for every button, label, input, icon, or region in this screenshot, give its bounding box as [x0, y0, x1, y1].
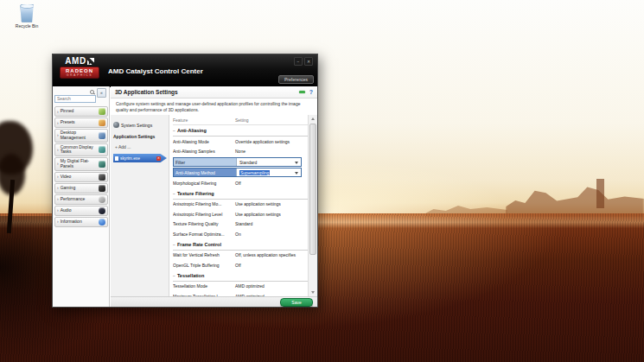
executable-icon	[115, 156, 118, 161]
anti-aliasing-method-dropdown[interactable]: Supersampling	[236, 168, 301, 176]
collapse-page-icon[interactable]	[299, 91, 305, 93]
chevron-down-icon	[295, 172, 298, 175]
application-list-panel: System Settings Application Settings +Ad…	[111, 115, 169, 296]
section-texture-filtering[interactable]: − Texture Filtering	[173, 188, 308, 200]
row-opengl-triple-buffering[interactable]: OpenGL Triple Buffering Off	[173, 260, 308, 270]
triangle-down-icon	[311, 291, 315, 294]
sidebar-item-pinned[interactable]: › Pinned	[54, 106, 108, 117]
sidebar-item-audio[interactable]: › Audio	[54, 206, 108, 216]
row-anti-aliasing-samples[interactable]: Anti-Aliasing Samples None	[173, 147, 308, 157]
search-input[interactable]	[54, 95, 96, 103]
radeon-graphics-badge: RADEON GRAPHICS	[60, 67, 99, 79]
section-frame-rate-control[interactable]: − Frame Rate Control	[173, 239, 308, 251]
information-icon	[99, 219, 105, 225]
catalyst-control-center-window: AMD RADEON GRAPHICS AMD Catalyst Control…	[52, 54, 318, 308]
display-tasks-icon	[99, 146, 105, 153]
flat-panel-icon	[99, 161, 105, 168]
gear-icon	[113, 122, 119, 128]
feature-settings-list: Feature Setting − Anti-Aliasing Anti-Ali…	[169, 115, 308, 296]
chevron-right-icon: ›	[57, 148, 59, 152]
chevron-right-icon: ›	[57, 197, 59, 201]
filter-dropdown[interactable]: Standard	[236, 158, 301, 166]
gaming-icon	[99, 185, 105, 192]
chevron-down-icon	[295, 162, 298, 164]
scroll-down-button[interactable]	[309, 289, 317, 296]
chevron-right-icon: ›	[57, 208, 59, 213]
row-anisotropic-filtering-level[interactable]: Anisotropic Filtering Level Use applicat…	[173, 209, 308, 219]
wallpaper-ruins	[359, 175, 644, 217]
window-footer: Save	[111, 296, 317, 307]
content-body: System Settings Application Settings +Ad…	[111, 115, 317, 296]
features-scrollbar[interactable]	[308, 115, 317, 296]
remove-application-icon[interactable]: ✕	[156, 156, 161, 161]
collapse-icon[interactable]: −	[173, 242, 175, 247]
sidebar-item-gaming[interactable]: › Gaming	[54, 183, 108, 194]
plus-icon: +	[115, 144, 118, 149]
collapse-icon[interactable]: −	[173, 191, 175, 196]
collapse-icon[interactable]: −	[173, 273, 175, 278]
row-anti-aliasing-method[interactable]: Anti-Aliasing Method Supersampling	[173, 168, 302, 177]
page-header: 3D Application Settings ?	[111, 86, 317, 98]
row-anti-aliasing-mode[interactable]: Anti-Aliasing Mode Override application …	[173, 137, 308, 147]
search-icon	[90, 90, 94, 94]
page-description: Configure system settings and manage use…	[111, 98, 311, 115]
system-settings-item[interactable]: System Settings	[113, 122, 167, 128]
performance-icon	[99, 196, 105, 203]
application-name: skyrim.exe	[120, 156, 156, 161]
column-headers: Feature Setting	[173, 115, 308, 125]
sidebar-item-presets[interactable]: › Presets	[54, 117, 108, 128]
scrollbar-thumb[interactable]	[309, 124, 316, 255]
selected-application-item[interactable]: skyrim.exe ✕	[113, 154, 167, 162]
application-settings-heading: Application Settings	[113, 134, 167, 139]
help-icon[interactable]: ?	[309, 89, 313, 95]
amd-arrow-icon	[87, 58, 94, 65]
row-anisotropic-filtering-mode[interactable]: Anisotropic Filtering Mo... Use applicat…	[173, 200, 308, 210]
sidebar-item-information[interactable]: › Information	[54, 217, 108, 227]
add-application-button[interactable]: +Add ...	[113, 144, 167, 149]
save-button[interactable]: Save	[280, 298, 313, 307]
ruin-silhouette	[506, 181, 644, 217]
window-title: AMD Catalyst Control Center	[108, 67, 203, 75]
minimize-button[interactable]: −	[294, 57, 303, 66]
section-anti-aliasing[interactable]: − Anti-Aliasing	[173, 125, 308, 137]
tree-silhouette	[0, 121, 56, 238]
row-tessellation-mode[interactable]: Tessellation Mode AMD optimized	[173, 282, 308, 292]
amd-radeon-logo: AMD RADEON GRAPHICS	[57, 56, 102, 79]
amd-brand-text: AMD	[65, 56, 86, 66]
window-controls: − ✕	[294, 57, 313, 66]
presets-icon	[99, 119, 105, 126]
chevron-right-icon: ›	[57, 110, 59, 114]
sidebar-item-video[interactable]: › Video	[54, 172, 108, 182]
sidebar-search-row: «	[54, 88, 108, 104]
row-wait-for-vertical-refresh[interactable]: Wait for Vertical Refresh Off, unless ap…	[173, 251, 308, 261]
row-texture-filtering-quality[interactable]: Texture Filtering Quality Standard	[173, 219, 308, 230]
sidebar-item-digital-flat-panels[interactable]: › My Digital Flat-Panels	[54, 157, 108, 171]
navigation-sidebar: « › Pinned › Presets › Desktop Managemen…	[53, 86, 110, 307]
preferences-button[interactable]: Preferences	[278, 75, 314, 84]
sidebar-item-desktop-management[interactable]: › Desktop Management	[54, 129, 108, 143]
search-box	[54, 88, 96, 104]
sidebar-collapse-button[interactable]: «	[97, 88, 106, 98]
recycle-bin-label: Recycle Bin	[9, 24, 45, 29]
desktop-management-icon	[99, 132, 105, 139]
row-morphological-filtering[interactable]: Morphological Filtering Off	[173, 178, 308, 188]
audio-icon	[99, 207, 105, 214]
main-pane: 3D Application Settings ? Configure syst…	[111, 86, 317, 307]
pin-icon	[99, 108, 105, 115]
scroll-up-button[interactable]	[309, 115, 317, 123]
section-tessellation[interactable]: − Tessellation	[173, 270, 308, 282]
sidebar-item-common-display-tasks[interactable]: › Common Display Tasks	[54, 143, 108, 157]
page-title: 3D Application Settings	[115, 89, 299, 95]
ruin-tower-silhouette	[596, 179, 604, 208]
chevron-right-icon: ›	[57, 186, 59, 190]
row-surface-format-optimization[interactable]: Surface Format Optimiza... On	[173, 229, 308, 239]
collapse-icon[interactable]: −	[173, 128, 175, 133]
sidebar-item-performance[interactable]: › Performance	[54, 194, 108, 205]
row-filter[interactable]: Filter Standard	[173, 157, 302, 167]
close-button[interactable]: ✕	[304, 57, 313, 66]
window-titlebar: AMD RADEON GRAPHICS AMD Catalyst Control…	[53, 54, 317, 87]
chevron-right-icon: ›	[57, 175, 59, 179]
recycle-bin-shortcut[interactable]: Recycle Bin	[9, 4, 45, 29]
recycle-bin-icon[interactable]	[20, 4, 35, 22]
chevron-right-icon: ›	[57, 133, 59, 137]
